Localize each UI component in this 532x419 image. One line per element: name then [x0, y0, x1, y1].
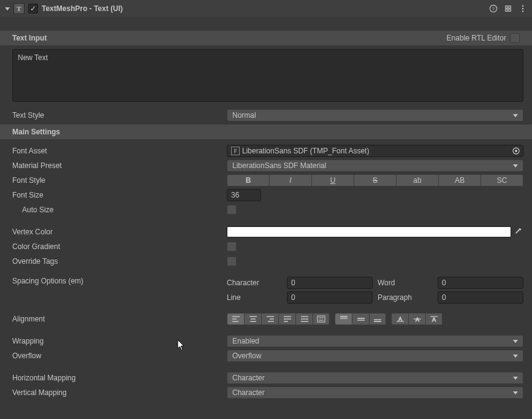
alignment-label: Alignment [12, 315, 227, 323]
font-asset-field[interactable]: F LiberationSans SDF (TMP_Font Asset) [227, 145, 523, 157]
vertical-alignment-group [335, 313, 386, 325]
font-size-label: Font Size [12, 191, 227, 199]
horizontal-mapping-label: Horizontal Mapping [12, 374, 227, 382]
align-bottom[interactable] [369, 313, 386, 325]
main-settings-section: Main Settings [0, 125, 532, 139]
material-preset-label: Material Preset [12, 161, 227, 170]
vertex-color-label: Vertex Color [12, 228, 227, 236]
font-style-lowercase[interactable]: ab [396, 174, 438, 186]
overflow-dropdown[interactable]: Overflow [227, 350, 523, 362]
wrapping-label: Wrapping [12, 337, 227, 345]
spacing-character-input[interactable] [287, 277, 373, 289]
rtl-label: Enable RTL Editor [447, 34, 506, 42]
spacing-paragraph-label: Paragraph [378, 293, 433, 302]
font-asset-label: Font Asset [12, 147, 227, 155]
font-size-input[interactable] [227, 189, 261, 201]
rtl-checkbox[interactable] [510, 33, 520, 43]
align-justify[interactable] [278, 313, 295, 325]
kebab-menu-icon[interactable] [519, 4, 527, 13]
auto-size-label: Auto Size [12, 206, 227, 214]
component-title: TextMeshPro - Text (UI) [42, 4, 485, 13]
text-input[interactable] [12, 49, 523, 102]
override-tags-label: Override Tags [12, 257, 227, 266]
font-style-italic[interactable]: I [269, 174, 311, 186]
overflow-label: Overflow [12, 352, 227, 360]
auto-size-checkbox[interactable] [227, 205, 237, 215]
component-header: T TextMeshPro - Text (UI) ? [0, 0, 532, 17]
svg-text:?: ? [492, 6, 495, 12]
section-label: Text Input [12, 34, 47, 42]
font-asset-type-icon: F [231, 147, 240, 155]
font-style-underline[interactable]: U [311, 174, 354, 186]
help-icon[interactable]: ? [489, 4, 498, 13]
svg-point-3 [522, 8, 523, 9]
override-tags-checkbox[interactable] [227, 256, 237, 266]
align-left[interactable] [227, 313, 244, 325]
align-center[interactable] [244, 313, 261, 325]
align-top[interactable] [335, 313, 352, 325]
spacing-paragraph-input[interactable] [438, 291, 523, 304]
spacing-character-label: Character [227, 279, 282, 287]
wrapping-dropdown[interactable]: Enabled [227, 335, 523, 347]
vertical-mapping-label: Vertical Mapping [12, 388, 227, 397]
svg-point-6 [515, 150, 517, 152]
vertex-color-swatch[interactable] [227, 226, 511, 237]
spacing-line-label: Line [227, 293, 282, 302]
font-style-smallcaps[interactable]: SC [481, 174, 523, 186]
horizontal-mapping-dropdown[interactable]: Character [227, 372, 523, 384]
component-icon: T [13, 3, 25, 14]
text-style-label: Text Style [12, 111, 227, 120]
color-gradient-checkbox[interactable] [227, 242, 237, 252]
align-capline[interactable]: A [425, 313, 443, 325]
svg-text:A: A [432, 317, 436, 323]
vertical-mapping-dropdown[interactable]: Character [227, 386, 523, 399]
text-alignment-extra-group: A A A [391, 313, 443, 325]
text-input-section: Text Input Enable RTL Editor [0, 31, 532, 45]
enable-checkbox[interactable] [28, 4, 38, 13]
font-style-bold[interactable]: B [227, 174, 269, 186]
section-label: Main Settings [12, 128, 60, 136]
align-baseline[interactable]: A [391, 313, 408, 325]
font-style-label: Font Style [12, 176, 227, 185]
svg-point-2 [522, 5, 523, 6]
align-middle[interactable] [352, 313, 369, 325]
spacing-word-label: Word [378, 279, 433, 287]
align-right[interactable] [261, 313, 278, 325]
font-style-strike[interactable]: S [354, 174, 396, 186]
color-gradient-label: Color Gradient [12, 242, 227, 251]
spacing-line-input[interactable] [287, 291, 373, 304]
eyedropper-icon[interactable] [512, 226, 523, 237]
spacing-word-input[interactable] [438, 277, 523, 289]
font-style-uppercase[interactable]: AB [438, 174, 481, 186]
preset-icon[interactable] [504, 4, 512, 13]
material-preset-dropdown[interactable]: LiberationSans SDF Material [227, 160, 523, 172]
horizontal-alignment-group [227, 313, 330, 325]
spacing-label: Spacing Options (em) [12, 277, 227, 285]
svg-rect-22 [317, 316, 325, 322]
align-flush[interactable] [295, 313, 313, 325]
text-style-dropdown[interactable]: Normal [227, 109, 523, 121]
object-picker-icon[interactable] [512, 147, 520, 155]
svg-text:A: A [416, 317, 419, 323]
foldout-toggle[interactable] [5, 7, 10, 10]
align-midline[interactable]: A [408, 313, 425, 325]
align-geometry-center[interactable] [313, 313, 330, 325]
font-style-buttons: B I U S ab AB SC [227, 174, 523, 186]
svg-point-4 [522, 10, 523, 12]
